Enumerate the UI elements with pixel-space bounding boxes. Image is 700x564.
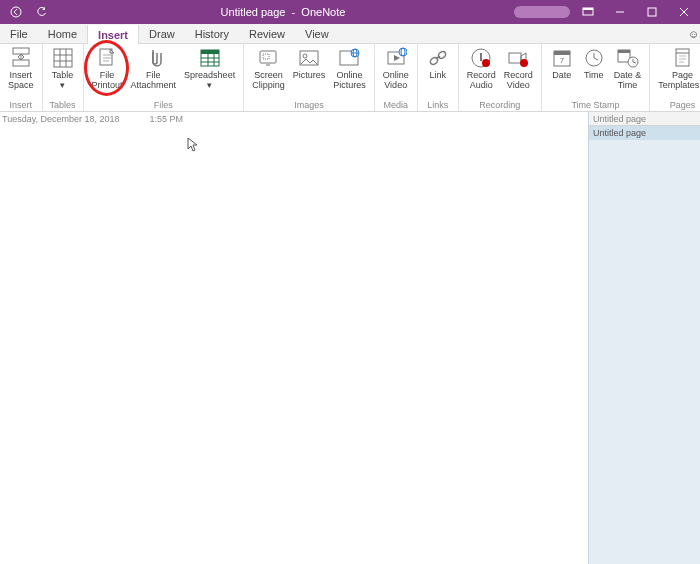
record-video-label: Record Video [504, 70, 533, 90]
window-title-left: Untitled page [221, 6, 286, 18]
group-label: Images [294, 99, 324, 111]
link-icon [427, 47, 449, 69]
time-button[interactable]: Time [578, 44, 610, 80]
insert-space-icon [10, 47, 32, 69]
tab-insert[interactable]: Insert [87, 25, 139, 44]
tab-file[interactable]: File [0, 24, 38, 43]
menu-tabs: FileHomeInsertDrawHistoryReviewView☺ [0, 24, 700, 44]
insert-space-label: Insert Space [8, 70, 34, 90]
tab-draw[interactable]: Draw [139, 24, 185, 43]
page-templates-button[interactable]: Page Templates ▾ [654, 44, 700, 90]
tab-home[interactable]: Home [38, 24, 87, 43]
page-list-item[interactable]: Untitled page [589, 126, 700, 140]
ribbon-group-time-stamp: DateTimeDate & TimeTime Stamp [542, 44, 651, 111]
ribbon-group-links: LinkLinks [418, 44, 459, 111]
undo-button[interactable] [32, 2, 52, 22]
group-label: Files [154, 99, 173, 111]
online-video-icon [385, 47, 407, 69]
ribbon-group-pages: Page Templates ▾Pages [650, 44, 700, 111]
ribbon-group-insert: Insert SpaceInsert [0, 44, 43, 111]
group-label: Insert [10, 99, 33, 111]
cursor-icon [187, 137, 199, 153]
pictures-label: Pictures [293, 70, 326, 80]
online-pictures-icon [338, 47, 360, 69]
file-printout-label: File Printout [92, 70, 123, 90]
date-time-label: Date & Time [614, 70, 642, 90]
screen-clipping-label: Screen Clipping [252, 70, 285, 90]
date-button[interactable]: Date [546, 44, 578, 80]
tab-history[interactable]: History [185, 24, 239, 43]
group-label: Links [427, 99, 448, 111]
pictures-button[interactable]: Pictures [289, 44, 330, 80]
record-video-icon [507, 47, 529, 69]
page-list-panel: Untitled page Untitled page [588, 112, 700, 564]
link-button[interactable]: Link [422, 44, 454, 80]
ribbon-group-tables: Table ▾Tables [43, 44, 84, 111]
ribbon-group-files: File PrintoutFile AttachmentSpreadsheet … [84, 44, 245, 111]
ribbon-group-media: Online VideoMedia [375, 44, 418, 111]
file-printout-icon [96, 47, 118, 69]
screen-clipping-icon [257, 47, 279, 69]
group-label: Time Stamp [571, 99, 619, 111]
table-button[interactable]: Table ▾ [47, 44, 79, 90]
back-button[interactable] [6, 2, 26, 22]
online-video-button[interactable]: Online Video [379, 44, 413, 90]
insert-space-button[interactable]: Insert Space [4, 44, 38, 90]
minimize-button[interactable] [606, 0, 634, 24]
record-audio-icon [470, 47, 492, 69]
title-bar: Untitled page - OneNote [0, 0, 700, 24]
page-time: 1:55 PM [150, 114, 184, 124]
page-list-header[interactable]: Untitled page [589, 112, 700, 126]
close-button[interactable] [670, 0, 698, 24]
group-label: Recording [479, 99, 520, 111]
spreadsheet-label: Spreadsheet ▾ [184, 70, 235, 90]
file-printout-button[interactable]: File Printout [88, 44, 127, 90]
group-label: Media [383, 99, 408, 111]
page-templates-label: Page Templates ▾ [658, 70, 700, 90]
svg-rect-4 [648, 8, 656, 16]
table-icon [52, 47, 74, 69]
link-label: Link [429, 70, 446, 80]
account-pill[interactable] [514, 6, 570, 18]
file-attachment-icon [142, 47, 164, 69]
record-audio-label: Record Audio [467, 70, 496, 90]
date-label: Date [552, 70, 571, 80]
tab-review[interactable]: Review [239, 24, 295, 43]
tab-view[interactable]: View [295, 24, 339, 43]
record-audio-button[interactable]: Record Audio [463, 44, 500, 90]
maximize-button[interactable] [638, 0, 666, 24]
time-label: Time [584, 70, 604, 80]
note-page[interactable]: Tuesday, December 18, 2018 1:55 PM [0, 112, 588, 564]
svg-point-0 [11, 7, 21, 17]
svg-rect-2 [583, 8, 593, 10]
online-pictures-label: Online Pictures [333, 70, 366, 90]
workspace: Tuesday, December 18, 2018 1:55 PM Untit… [0, 112, 700, 564]
ribbon-group-images: Screen ClippingPicturesOnline PicturesIm… [244, 44, 375, 111]
page-templates-icon [672, 47, 694, 69]
spreadsheet-icon [199, 47, 221, 69]
ribbon-display-button[interactable] [574, 0, 602, 24]
ribbon: Insert SpaceInsertTable ▾TablesFile Prin… [0, 44, 700, 112]
date-time-icon [617, 47, 639, 69]
spreadsheet-button[interactable]: Spreadsheet ▾ [180, 44, 239, 90]
page-date: Tuesday, December 18, 2018 [2, 114, 120, 124]
file-attachment-button[interactable]: File Attachment [127, 44, 181, 90]
feedback-smile-icon[interactable]: ☺ [678, 24, 700, 43]
group-label: Tables [50, 99, 76, 111]
date-time-button[interactable]: Date & Time [610, 44, 646, 90]
ribbon-group-recording: Record AudioRecord VideoRecording [459, 44, 542, 111]
time-icon [583, 47, 605, 69]
online-pictures-button[interactable]: Online Pictures [329, 44, 370, 90]
file-attachment-label: File Attachment [131, 70, 177, 90]
date-icon [551, 47, 573, 69]
screen-clipping-button[interactable]: Screen Clipping [248, 44, 289, 90]
online-video-label: Online Video [383, 70, 409, 90]
window-title-right: OneNote [301, 6, 345, 18]
table-label: Table ▾ [52, 70, 74, 90]
pictures-icon [298, 47, 320, 69]
group-label: Pages [670, 99, 696, 111]
record-video-button[interactable]: Record Video [500, 44, 537, 90]
